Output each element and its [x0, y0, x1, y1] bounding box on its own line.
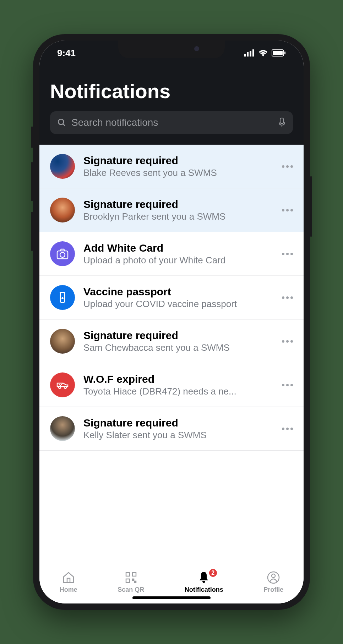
notification-item[interactable]: Signature required Sam Chewbacca sent yo…: [39, 320, 304, 363]
notification-title: Add White Card: [83, 242, 273, 254]
svg-rect-2: [250, 51, 251, 57]
avatar: [50, 416, 75, 441]
notification-title: Signature required: [83, 198, 273, 210]
notification-item[interactable]: Vaccine passport Upload your COVID vacci…: [39, 276, 304, 320]
tab-home[interactable]: Home: [60, 570, 77, 594]
qr-icon: [124, 570, 138, 585]
svg-point-7: [58, 119, 64, 124]
notification-title: Signature required: [83, 329, 273, 342]
svg-rect-1: [247, 52, 249, 57]
notification-subtitle: Upload a photo of your White Card: [83, 255, 273, 266]
battery-icon: [272, 49, 286, 57]
cellular-icon: [244, 49, 255, 57]
svg-point-12: [60, 252, 65, 257]
van-icon: [50, 372, 75, 397]
mic-icon[interactable]: [278, 117, 286, 128]
svg-rect-24: [135, 581, 136, 583]
profile-icon: [266, 570, 281, 585]
avatar: [50, 198, 75, 222]
search-bar[interactable]: [50, 111, 293, 134]
tab-profile[interactable]: Profile: [263, 570, 283, 594]
avatar: [50, 329, 75, 354]
tab-label: Home: [60, 586, 77, 594]
notification-title: W.O.F expired: [83, 373, 273, 385]
notification-title: Signature required: [83, 417, 273, 429]
vial-icon: [50, 285, 75, 310]
notification-subtitle: Kelly Slater sent you a SWMS: [83, 430, 273, 441]
more-icon[interactable]: [282, 162, 293, 171]
more-icon[interactable]: [282, 293, 293, 302]
search-input[interactable]: [71, 117, 273, 128]
camera-icon: [50, 241, 75, 266]
svg-rect-20: [126, 573, 130, 576]
svg-rect-19: [67, 578, 70, 583]
tab-label: Profile: [263, 586, 283, 594]
svg-rect-5: [273, 51, 283, 55]
notification-list: Signature required Blake Reeves sent you…: [39, 145, 304, 451]
notification-subtitle: Sam Chewbacca sent you a SWMS: [83, 342, 273, 353]
search-icon: [57, 118, 66, 127]
page-header: Notifications: [39, 65, 304, 145]
more-icon[interactable]: [282, 380, 293, 390]
home-icon: [61, 570, 76, 585]
svg-rect-21: [132, 573, 136, 576]
status-time: 9:41: [57, 48, 76, 59]
notification-item[interactable]: Signature required Blake Reeves sent you…: [39, 145, 304, 188]
wifi-icon: [258, 49, 268, 57]
phone-notch: [118, 41, 225, 58]
svg-rect-3: [252, 49, 254, 57]
more-icon[interactable]: [282, 337, 293, 346]
svg-rect-22: [126, 579, 130, 583]
notification-subtitle: Brooklyn Parker sent you a SWMS: [83, 211, 273, 222]
notification-item[interactable]: Signature required Kelly Slater sent you…: [39, 407, 304, 451]
page-title: Notifications: [50, 80, 293, 103]
tab-scan-qr[interactable]: Scan QR: [118, 570, 144, 594]
tab-label: Scan QR: [118, 586, 144, 594]
more-icon[interactable]: [282, 249, 293, 259]
svg-point-17: [59, 386, 61, 388]
notification-item[interactable]: Signature required Brooklyn Parker sent …: [39, 188, 304, 232]
home-indicator[interactable]: [132, 596, 211, 599]
tab-notifications[interactable]: 2 Notifications: [185, 570, 223, 594]
notification-subtitle: Toyota Hiace (DBR472) needs a ne...: [83, 386, 273, 397]
phone-frame: 9:41 Notifications Signature required Bl…: [33, 34, 310, 610]
notification-subtitle: Upload your COVID vaccine passport: [83, 299, 273, 310]
more-icon[interactable]: [282, 205, 293, 215]
notification-title: Vaccine passport: [83, 286, 273, 298]
notification-subtitle: Blake Reeves sent you a SWMS: [83, 167, 273, 178]
notification-item[interactable]: Add White Card Upload a photo of your Wh…: [39, 232, 304, 276]
svg-point-26: [272, 574, 275, 578]
svg-point-18: [64, 386, 66, 388]
svg-rect-9: [280, 118, 284, 124]
svg-rect-6: [284, 52, 285, 54]
notification-title: Signature required: [83, 155, 273, 167]
avatar: [50, 154, 75, 179]
svg-line-8: [63, 124, 65, 125]
notification-badge: 2: [208, 568, 218, 578]
svg-rect-23: [132, 579, 134, 580]
more-icon[interactable]: [282, 424, 293, 434]
svg-rect-0: [244, 54, 246, 57]
notification-item[interactable]: W.O.F expired Toyota Hiace (DBR472) need…: [39, 363, 304, 407]
tab-label: Notifications: [185, 586, 223, 594]
